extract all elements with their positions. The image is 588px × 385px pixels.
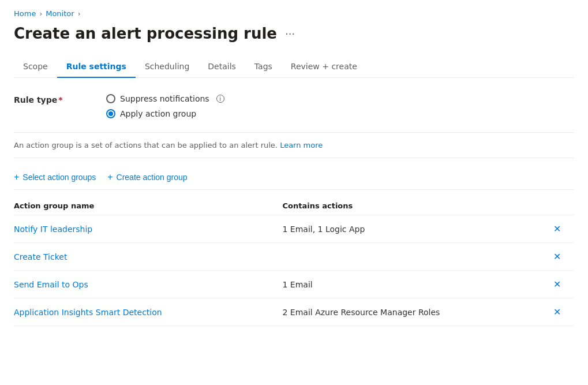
col-header-name: Action group name bbox=[14, 201, 283, 210]
action-group-name-link[interactable]: Send Email to Ops bbox=[14, 280, 88, 289]
create-action-group-label: Create action group bbox=[117, 173, 188, 182]
more-options-icon[interactable]: ··· bbox=[283, 25, 297, 42]
page-title: Create an alert processing rule bbox=[14, 25, 277, 42]
learn-more-link[interactable]: Learn more bbox=[280, 141, 323, 149]
create-plus-icon: + bbox=[107, 172, 113, 182]
radio-option-suppress[interactable]: Suppress notifications i bbox=[106, 94, 224, 103]
radio-label-suppress: Suppress notifications bbox=[120, 94, 209, 103]
action-group-name-link[interactable]: Create Ticket bbox=[14, 252, 67, 261]
tab-tags[interactable]: Tags bbox=[245, 56, 282, 78]
rule-type-section: Rule type* Suppress notifications i Appl… bbox=[14, 94, 574, 118]
tab-scope[interactable]: Scope bbox=[14, 56, 57, 78]
tab-rule-settings[interactable]: Rule settings bbox=[57, 56, 136, 78]
table-row: Notify IT leadership 1 Email, 1 Logic Ap… bbox=[14, 215, 574, 243]
radio-circle-suppress bbox=[106, 94, 115, 103]
description-text: An action group is a set of actions that… bbox=[14, 132, 574, 158]
action-group-contains: 1 Email bbox=[283, 280, 552, 289]
close-icon: ✕ bbox=[553, 223, 561, 234]
close-icon: ✕ bbox=[553, 251, 561, 262]
select-plus-icon: + bbox=[14, 172, 19, 182]
table-row: Application Insights Smart Detection 2 E… bbox=[14, 298, 574, 326]
action-group-contains: 2 Email Azure Resource Manager Roles bbox=[283, 308, 552, 317]
action-groups-table: Notify IT leadership 1 Email, 1 Logic Ap… bbox=[14, 215, 574, 326]
breadcrumb-home[interactable]: Home bbox=[14, 9, 36, 18]
breadcrumb-monitor[interactable]: Monitor bbox=[46, 9, 74, 18]
rule-type-radio-group: Suppress notifications i Apply action gr… bbox=[106, 94, 224, 118]
delete-row-button[interactable]: ✕ bbox=[551, 249, 563, 264]
select-action-groups-label: Select action groups bbox=[23, 173, 96, 182]
radio-circle-apply-action bbox=[106, 109, 115, 118]
table-header: Action group name Contains actions bbox=[14, 197, 574, 215]
page-header: Create an alert processing rule ··· bbox=[14, 25, 574, 42]
radio-label-apply-action: Apply action group bbox=[120, 109, 196, 118]
table-row: Send Email to Ops 1 Email ✕ bbox=[14, 271, 574, 298]
action-group-name-link[interactable]: Application Insights Smart Detection bbox=[14, 308, 162, 317]
breadcrumb: Home › Monitor › bbox=[14, 9, 574, 18]
table-row: Create Ticket ✕ bbox=[14, 243, 574, 271]
required-marker: * bbox=[58, 95, 62, 104]
tab-scheduling[interactable]: Scheduling bbox=[136, 56, 199, 78]
create-action-group-button[interactable]: + Create action group bbox=[107, 172, 187, 182]
breadcrumb-sep-2: › bbox=[78, 10, 81, 18]
delete-row-button[interactable]: ✕ bbox=[551, 221, 563, 237]
tab-review-create[interactable]: Review + create bbox=[282, 56, 366, 78]
select-action-groups-button[interactable]: + Select action groups bbox=[14, 172, 96, 182]
actions-toolbar: + Select action groups + Create action g… bbox=[14, 172, 574, 190]
close-icon: ✕ bbox=[553, 306, 561, 317]
close-icon: ✕ bbox=[553, 279, 561, 290]
tabs-nav: Scope Rule settings Scheduling Details T… bbox=[14, 56, 574, 78]
description-static-text: An action group is a set of actions that… bbox=[14, 141, 278, 149]
rule-type-label: Rule type* bbox=[14, 94, 106, 104]
delete-row-button[interactable]: ✕ bbox=[551, 276, 563, 292]
tab-details[interactable]: Details bbox=[199, 56, 245, 78]
action-group-contains: 1 Email, 1 Logic App bbox=[283, 225, 552, 234]
col-header-actions: Contains actions bbox=[283, 201, 552, 210]
radio-option-apply-action[interactable]: Apply action group bbox=[106, 109, 224, 118]
breadcrumb-sep-1: › bbox=[39, 10, 42, 18]
info-icon-suppress[interactable]: i bbox=[216, 95, 224, 103]
delete-row-button[interactable]: ✕ bbox=[551, 304, 563, 320]
action-group-name-link[interactable]: Notify IT leadership bbox=[14, 225, 92, 234]
